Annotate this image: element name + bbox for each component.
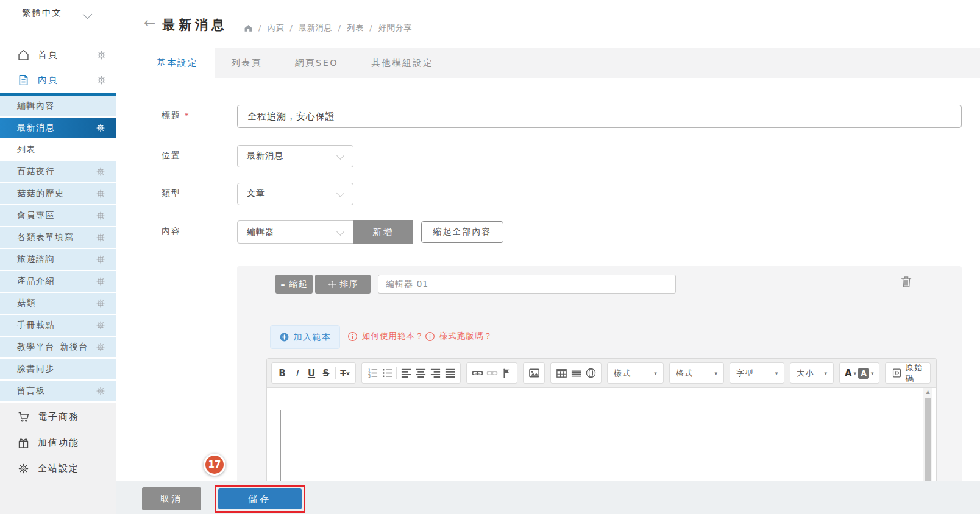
save-button[interactable]: 儲存 <box>218 488 302 509</box>
numbered-list-button[interactable]: ​123 <box>365 365 380 381</box>
editor-inner-table-frame[interactable] <box>280 410 623 481</box>
sidebar-item-home[interactable]: 首頁 <box>0 45 116 66</box>
tab-other-modules[interactable]: 其他模組設定 <box>355 48 450 78</box>
home-icon[interactable] <box>244 24 253 33</box>
sidebar: 繁體中文 首頁 內頁 編輯內容 最新 <box>0 0 116 514</box>
gear-icon[interactable] <box>95 166 106 177</box>
editor-scrollbar[interactable]: ▲ <box>923 388 932 481</box>
toolbar-group-lists-align: ​123 <box>361 362 461 384</box>
sidebar-subitem-list[interactable]: 列表 <box>0 139 116 160</box>
tab-list-page[interactable]: 列表頁 <box>215 48 279 78</box>
location-select[interactable]: 最新消息 <box>237 145 353 167</box>
editor-name-input[interactable] <box>378 275 676 294</box>
format-dropdown[interactable]: 格式▾ <box>669 362 724 384</box>
location-label: 位置 <box>162 150 181 161</box>
minus-icon: – <box>281 280 286 289</box>
breadcrumb-item[interactable]: 最新消息 <box>284 23 332 33</box>
gear-icon[interactable] <box>95 320 106 331</box>
sidebar-item-ecommerce[interactable]: 電子商務 <box>0 407 116 428</box>
underline-button[interactable]: U <box>304 365 319 381</box>
sidebar-subitem-history[interactable]: 菇菇的歷史 <box>0 183 116 204</box>
sort-block-button[interactable]: 排序 <box>315 275 371 294</box>
gift-icon <box>17 437 30 449</box>
italic-button[interactable]: I <box>289 365 304 381</box>
gear-icon[interactable] <box>95 342 106 353</box>
sidebar-subitem-facebook-sync[interactable]: 臉書同步 <box>0 359 116 379</box>
sidebar-item-site-settings[interactable]: 全站設定 <box>0 459 116 479</box>
gear-icon[interactable] <box>95 276 106 287</box>
style-dropdown[interactable]: 樣式▾ <box>607 362 664 384</box>
sidebar-item-addons[interactable]: 加值功能 <box>0 433 116 454</box>
anchor-flag-button[interactable] <box>499 365 514 381</box>
gear-icon[interactable] <box>95 122 106 133</box>
sidebar-subitem-members[interactable]: 會員專區 <box>0 205 116 226</box>
subitem-label: 各類表單填寫 <box>17 232 74 243</box>
editor-content-area[interactable] <box>267 388 936 481</box>
remove-format-button[interactable]: Tx <box>338 365 352 381</box>
add-template-button[interactable]: 加入範本 <box>270 325 340 349</box>
gear-icon[interactable] <box>96 74 107 86</box>
language-selector[interactable]: 繁體中文 <box>0 5 116 26</box>
source-code-button[interactable]: 原始碼 <box>885 362 931 384</box>
add-content-button[interactable]: 新增 <box>353 220 413 244</box>
image-button[interactable] <box>527 365 541 381</box>
sidebar-item-inner-pages[interactable]: 內頁 <box>0 70 116 91</box>
sidebar-subitem-manuals[interactable]: 手冊載點 <box>0 315 116 336</box>
sidebar-subitem-mushrooms[interactable]: 菇類 <box>0 293 116 314</box>
sidebar-subitem-message-board[interactable]: 留言板 <box>0 381 116 401</box>
gear-icon[interactable] <box>96 49 107 61</box>
sidebar-subitem-night-walk[interactable]: 百菇夜行 <box>0 161 116 182</box>
toolbar-group-links <box>466 362 517 384</box>
help-link-how-to-use[interactable]: 如何使用範本？ <box>347 331 424 342</box>
collapse-all-button[interactable]: 縮起全部內容 <box>421 221 503 243</box>
text-color-button[interactable]: A <box>845 368 852 379</box>
gear-icon[interactable] <box>95 386 106 396</box>
type-select-value: 文章 <box>247 188 265 199</box>
tab-basic-settings[interactable]: 基本設定 <box>140 48 215 78</box>
bold-button[interactable]: B <box>275 365 289 381</box>
content-type-select[interactable]: 編輯器 <box>237 220 353 244</box>
scrollbar-thumb[interactable] <box>925 398 931 481</box>
scroll-up-arrow-icon[interactable]: ▲ <box>923 389 932 395</box>
cancel-button[interactable]: 取消 <box>142 487 201 510</box>
table-button[interactable] <box>554 365 569 381</box>
title-input[interactable] <box>237 105 962 128</box>
breadcrumb-item[interactable]: 內頁 <box>253 23 284 33</box>
align-right-button[interactable] <box>428 365 442 381</box>
link-button[interactable] <box>470 365 485 381</box>
sidebar-subitem-edit-content[interactable]: 編輯內容 <box>0 96 116 116</box>
caret-down-icon: ▾ <box>714 370 717 376</box>
trash-icon[interactable] <box>899 274 914 290</box>
bulleted-list-button[interactable] <box>380 365 394 381</box>
gear-icon[interactable] <box>95 210 106 221</box>
type-select[interactable]: 文章 <box>237 183 353 205</box>
justify-button[interactable] <box>442 365 457 381</box>
collapse-block-button[interactable]: – 縮起 <box>275 275 313 294</box>
sidebar-subitem-teaching-platform[interactable]: 教學平台_新後台 <box>0 337 116 357</box>
align-left-button[interactable] <box>399 365 413 381</box>
strikethrough-button[interactable]: S <box>319 365 333 381</box>
back-button[interactable]: ← <box>144 16 155 30</box>
background-color-button[interactable]: A <box>858 368 869 379</box>
type-label: 類型 <box>162 188 181 199</box>
gear-icon[interactable] <box>95 232 106 243</box>
gear-icon[interactable] <box>95 298 106 309</box>
font-size-dropdown[interactable]: 大小▾ <box>790 362 834 384</box>
sidebar-subitem-products[interactable]: 產品介紹 <box>0 271 116 292</box>
align-center-button[interactable] <box>413 365 428 381</box>
horizontal-line-button[interactable] <box>569 365 583 381</box>
subitem-label: 最新消息 <box>17 122 55 133</box>
tab-seo[interactable]: 網頁SEO <box>279 48 355 78</box>
sidebar-subitem-travel[interactable]: 旅遊諮詢 <box>0 249 116 270</box>
chevron-down-icon <box>336 152 344 160</box>
gear-icon[interactable] <box>95 188 106 199</box>
breadcrumb-item[interactable]: 好聞分享 <box>364 23 412 33</box>
gear-icon[interactable] <box>95 254 106 265</box>
iframe-globe-button[interactable] <box>583 365 598 381</box>
breadcrumb-item[interactable]: 列表 <box>333 23 364 33</box>
sidebar-subitem-forms[interactable]: 各類表單填寫 <box>0 227 116 248</box>
sidebar-subitem-latest-news[interactable]: 最新消息 <box>0 118 116 138</box>
font-dropdown[interactable]: 字型▾ <box>730 362 784 384</box>
unlink-button[interactable] <box>485 365 499 381</box>
help-link-style-broken[interactable]: 樣式跑版嗎？ <box>425 331 492 342</box>
